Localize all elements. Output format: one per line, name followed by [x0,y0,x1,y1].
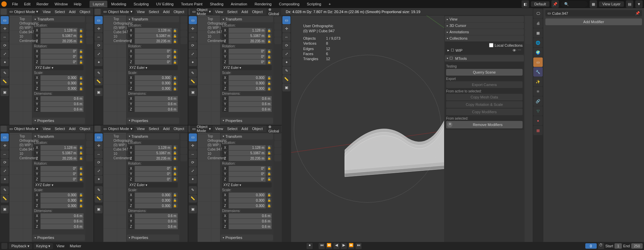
header-menu[interactable]: Object [78,126,92,131]
proptab-scene[interactable]: 🌐 [533,38,543,47]
collection-name[interactable]: WIP [455,48,463,52]
location-x[interactable]: 1.128 m [229,28,266,33]
scale-z[interactable]: 0.300 [135,203,172,208]
lock-icon[interactable]: 🔓 [172,145,178,150]
lock-icon[interactable]: 🔓 [78,54,84,59]
header-menu[interactable]: Object [172,126,186,131]
cursor-tool[interactable]: ✛ [282,25,290,33]
proptab-viewlayer[interactable]: ▦ [533,28,543,38]
scale-y[interactable]: 0.300 [41,198,77,203]
rotation-y[interactable]: 0° [41,54,77,59]
lock-icon[interactable]: 🔓 [78,49,84,54]
section-view[interactable]: View [445,16,524,22]
annotate-tool[interactable]: ✎ [1,69,9,77]
lock-icon[interactable]: 🔓 [266,171,272,176]
location-x[interactable]: 1.128 m [229,145,266,150]
scale-x[interactable]: 0.300 [41,75,77,80]
copy-mesh-button[interactable]: Copy Mesh Data [446,94,523,100]
tab-edit[interactable] [180,37,187,44]
move-tool[interactable]: ↔ [282,33,290,41]
location-z[interactable]: 20.235 m [135,156,172,161]
proptab-physics[interactable]: ⚛ [533,87,543,96]
lock-icon[interactable]: 🔓 [266,54,272,59]
timeline-editor-icon[interactable] [1,243,7,249]
small-viewport[interactable]: ▭Object Mode▾ ViewSelectAddObject ▭ ✛ ↔ … [0,125,94,242]
menu-edit[interactable]: Edit [21,1,33,7]
scale-z[interactable]: 0.300 [135,86,172,91]
transform-tool[interactable]: ✦ [95,175,103,183]
rotate-tool[interactable]: ⟳ [95,41,103,49]
collection-options-icon[interactable]: ⋯ [518,48,521,52]
rotation-x[interactable]: 0° [41,166,77,171]
scale-y[interactable]: 0.300 [41,81,77,86]
location-z[interactable]: 20.235 m [229,39,266,44]
rotation-z[interactable]: 0° [135,177,172,182]
location-y[interactable]: 5.1067 m [135,151,172,156]
collection-toggle-icon[interactable]: ▸ [447,48,449,52]
tab-view[interactable] [274,30,281,37]
remove-modifiers-button[interactable]: Remove Modifiers [454,123,522,127]
tab-edit[interactable] [525,37,532,44]
next-key-icon[interactable]: ⏩ [348,243,354,249]
rotation-y[interactable]: 0° [229,171,266,176]
header-menu[interactable]: View [214,9,225,14]
lock-icon[interactable]: 🔓 [78,198,84,203]
rotation-mode-selector[interactable]: XYZ Euler ▾ [34,182,84,188]
lock-icon[interactable]: 🔓 [172,156,178,161]
lock-icon[interactable]: 🔓 [172,203,178,208]
workspace-tab-compositing[interactable]: Compositing [276,1,303,7]
tab-tool[interactable] [274,23,281,30]
workspace-tab-shading[interactable]: Shading [207,1,227,7]
mode-selector[interactable]: ▭Object Mode▾ [7,9,40,14]
rotation-z[interactable]: 0° [229,59,266,65]
transform-tool[interactable]: ✦ [189,58,197,66]
lock-icon[interactable]: 🔓 [172,193,178,197]
viewport-canvas[interactable]: Top Orthographic(0) WIP | Cube.94710 Cen… [9,15,32,125]
header-menu[interactable]: Object [172,9,186,14]
viewport-canvas[interactable]: Top Orthographic(0) WIP | Cube.94710 Cen… [198,15,220,125]
pin-icon[interactable]: 📌 [551,0,559,8]
transform-header[interactable]: Transform [221,16,273,22]
rotate-tool[interactable]: ⟳ [282,41,290,49]
lock-icon[interactable]: 🔓 [172,151,178,155]
proptab-material[interactable]: ● [533,116,543,125]
prev-key-icon[interactable]: ⏪ [326,243,332,249]
lock-icon[interactable]: 🔓 [266,49,272,54]
properties-header[interactable]: Properties [33,235,85,241]
measure-tool[interactable]: 📏 [95,77,103,85]
move-tool[interactable]: ↔ [95,33,103,41]
lock-icon[interactable]: 🔓 [78,60,84,65]
move-tool[interactable]: ↔ [189,33,197,41]
tab-item[interactable] [180,16,187,23]
select-tool[interactable]: ▭ [1,133,9,141]
viewport-canvas[interactable]: Top Orthographic(0) WIP | Cube.94710 Cen… [9,133,32,242]
jump-end-icon[interactable]: ⏭ [356,243,362,249]
scale-y[interactable]: 0.300 [229,198,266,203]
mode-selector[interactable]: ▭Object Mode▾ [101,9,134,14]
annotate-tool[interactable]: ✎ [189,186,197,194]
rotation-z[interactable]: 0° [229,177,266,182]
location-x[interactable]: 1.128 m [41,145,77,150]
lock-icon[interactable]: 🔓 [172,177,178,181]
cursor-tool[interactable]: ✛ [1,25,9,33]
select-tool[interactable]: ▭ [282,16,290,24]
location-y[interactable]: 5.1067 m [135,33,172,38]
playback-menu[interactable]: Playback ▾ [9,243,32,249]
lock-icon[interactable]: 🔓 [78,76,84,80]
header-menu[interactable]: View [135,126,147,131]
play-icon[interactable]: ▶ [341,243,347,249]
mode-selector[interactable]: ▭Object Mode▾ [7,126,40,132]
menu-window[interactable]: Window [52,1,70,7]
play-reverse-icon[interactable]: ◀ [333,243,339,249]
tab-item[interactable] [525,16,532,23]
transform-header[interactable]: Transform [127,133,179,139]
properties-header[interactable]: Properties [221,118,273,124]
main-viewport[interactable]: Dx: 4.028 m Dy: 7.807 m Dz: 20.24 m (22.… [282,8,533,242]
move-tool[interactable]: ↔ [95,150,103,158]
viewlayer-new-icon[interactable]: ▤ [626,0,633,8]
lock-icon[interactable]: 🔓 [266,34,272,38]
location-z[interactable]: 20.235 m [41,156,77,161]
filter-icon[interactable]: ▼ [635,0,643,8]
small-viewport[interactable]: ▭Object Mode▾ ViewSelectAddObject ⊕ Glob… [188,125,282,242]
dim-x[interactable]: 0.6 m [135,96,178,101]
